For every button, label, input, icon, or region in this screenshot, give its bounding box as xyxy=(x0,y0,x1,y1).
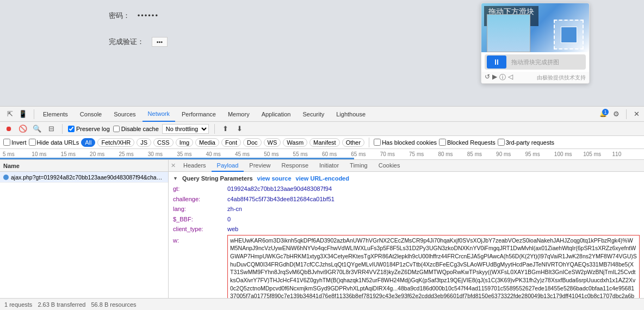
view-source-link[interactable]: view source xyxy=(257,175,292,182)
cursor-icon[interactable]: ⇱ xyxy=(4,109,15,120)
hide-data-urls-checkbox[interactable] xyxy=(29,139,36,146)
filter-other[interactable]: Other xyxy=(342,138,365,147)
captcha-info-btn[interactable]: ⓘ xyxy=(499,73,506,82)
param-lang-value: zh-cn xyxy=(227,204,242,214)
timeline-105ms: 105 ms xyxy=(583,151,612,157)
tab-elements[interactable]: Elements xyxy=(38,107,73,122)
timeline-55ms: 55 ms xyxy=(293,151,322,157)
detail-tab-preview[interactable]: Preview xyxy=(244,160,276,172)
param-gt-value: 019924a82c70bb123aae90d483087f94 xyxy=(227,184,332,194)
invert-checkbox[interactable] xyxy=(3,139,10,146)
filter-all[interactable]: All xyxy=(81,138,95,147)
blocked-requests-checkbox[interactable] xyxy=(439,139,446,146)
throttle-select[interactable]: No throttling xyxy=(162,124,209,134)
detail-tab-payload[interactable]: Payload xyxy=(212,160,244,172)
captcha-slider-text: 拖动滑块完成拼图 xyxy=(511,58,559,66)
third-party-label[interactable]: 3rd-party requests xyxy=(498,139,554,146)
mobile-icon[interactable]: 📱 xyxy=(17,109,28,120)
captcha-slider-area[interactable]: ⏸ 拖动滑块完成拼图 xyxy=(481,52,589,72)
param-lang-name: lang: xyxy=(173,204,227,214)
settings-icon[interactable]: ⚙ xyxy=(611,109,622,120)
filter-wasm[interactable]: Wasm xyxy=(283,138,307,147)
record-btn[interactable]: ⏺ xyxy=(3,123,14,134)
preserve-log-checkbox[interactable] xyxy=(68,126,75,132)
filter-media[interactable]: Media xyxy=(195,138,219,147)
tab-performance[interactable]: Performance xyxy=(176,107,221,122)
clear-btn[interactable]: 🚫 xyxy=(17,123,28,134)
view-url-encoded-link[interactable]: view URL-encoded xyxy=(296,175,349,182)
detail-tabs: ✕ Headers Payload Preview Response Initi… xyxy=(169,160,644,172)
timeline-labels: 5 ms 10 ms 15 ms 20 ms 25 ms 30 ms 35 ms… xyxy=(0,151,644,157)
filter-img[interactable]: Img xyxy=(176,138,193,147)
captcha-slider-btn[interactable]: ⏸ xyxy=(487,55,506,69)
import-btn[interactable]: ⬆ xyxy=(220,123,231,134)
captcha-play-btn[interactable]: ▶ xyxy=(492,73,497,82)
captcha-refresh-btn[interactable]: ↺ xyxy=(485,73,490,82)
param-client-type-value: web xyxy=(227,225,238,234)
close-devtools-icon[interactable]: ✕ xyxy=(631,109,642,120)
detail-tab-cookies[interactable]: Cookies xyxy=(373,160,406,172)
blocked-requests-label[interactable]: Blocked Requests xyxy=(439,139,496,146)
timeline-20ms: 20 ms xyxy=(90,151,119,157)
param-challenge: challenge: c4ab8f475c5f73b43dee812684ca0… xyxy=(173,194,640,204)
timeline-60ms: 60 ms xyxy=(322,151,351,157)
timeline-65ms: 65 ms xyxy=(351,151,380,157)
export-btn[interactable]: ⬇ xyxy=(234,123,245,134)
filter-ws[interactable]: WS xyxy=(264,138,281,147)
tab-lighthouse[interactable]: Lighthouse xyxy=(331,107,371,122)
status-requests: 1 requests xyxy=(4,301,32,308)
filter-fetch-xhr[interactable]: Fetch/XHR xyxy=(97,138,134,147)
timeline-90ms: 90 ms xyxy=(496,151,525,157)
param-client-type-name: client_type: xyxy=(173,225,227,234)
preserve-log-label[interactable]: Preserve log xyxy=(68,126,110,132)
blocked-cookies-label[interactable]: Has blocked cookies xyxy=(374,139,437,146)
detail-tab-headers[interactable]: Headers xyxy=(178,160,212,172)
detail-tab-response[interactable]: Response xyxy=(276,160,314,172)
captcha-controls[interactable]: ↺ ▶ ⓘ ◁ xyxy=(485,73,513,82)
filter-css[interactable]: CSS xyxy=(153,138,174,147)
hide-data-urls-label[interactable]: Hide data URLs xyxy=(29,139,79,146)
captcha-provider: 由极验提供技术支持 xyxy=(537,74,586,82)
status-bar: 1 requests 2.63 B transferred 56.8 B res… xyxy=(0,298,644,310)
filter-doc[interactable]: Doc xyxy=(243,138,262,147)
status-resources: 56.8 B resources xyxy=(91,301,136,308)
param-w-name: w: xyxy=(173,236,227,245)
filter-js[interactable]: JS xyxy=(137,138,151,147)
separator-1 xyxy=(34,109,34,119)
badge-icon[interactable]: 🔔 1 xyxy=(598,109,609,120)
timeline-100ms: 100 ms xyxy=(554,151,583,157)
param-gt: gt: 019924a82c70bb123aae90d483087f94 xyxy=(173,184,640,194)
tab-network[interactable]: Network xyxy=(143,107,175,122)
tab-security[interactable]: Security xyxy=(297,107,330,122)
disable-cache-label[interactable]: Disable cache xyxy=(113,126,159,132)
param-w-value: wHEUwKAR6om3D3iknh5qkDPf6AD3902azbAnUW7h… xyxy=(227,235,640,299)
timeline-15ms: 15 ms xyxy=(61,151,90,157)
tab-application[interactable]: Application xyxy=(256,107,296,122)
param-w: w: wHEUwKAR6om3D3iknh5qkDPf6AD3902azbAnU… xyxy=(173,234,640,299)
tab-sources[interactable]: Sources xyxy=(108,107,141,122)
detail-tab-timing[interactable]: Timing xyxy=(344,160,373,172)
captcha-widget: 拖动下方滑块 进行拼图验证 ⏸ 拖动滑块完成拼图 ↺ ▶ xyxy=(481,3,590,84)
tab-memory[interactable]: Memory xyxy=(222,107,255,122)
request-item[interactable]: ajax.php?gt=019924a82c70bb123aae90d48308… xyxy=(0,172,168,183)
disable-cache-checkbox[interactable] xyxy=(113,126,120,132)
main-content: Name ajax.php?gt=019924a82c70bb123aae90d… xyxy=(0,160,644,298)
tab-console[interactable]: Console xyxy=(75,107,107,122)
separator-5 xyxy=(369,138,369,147)
toolbar-right: 🔔 1 ⚙ ✕ xyxy=(598,109,642,120)
separator-2 xyxy=(626,109,627,119)
toolbar-icons-left: ⇱ 📱 xyxy=(2,109,30,120)
param-lang: lang: zh-cn xyxy=(173,204,640,214)
filter-manifest[interactable]: Manifest xyxy=(309,138,340,147)
close-tab-icon[interactable]: ✕ xyxy=(171,162,176,169)
filter-network-btn[interactable]: ⊟ xyxy=(46,123,57,134)
blocked-cookies-checkbox[interactable] xyxy=(374,139,381,146)
badge-count: 1 xyxy=(602,109,609,115)
third-party-checkbox[interactable] xyxy=(498,139,505,146)
invert-label[interactable]: Invert xyxy=(3,139,27,146)
detail-tab-initiator[interactable]: Initiator xyxy=(314,160,344,172)
captcha-sound-btn[interactable]: ◁ xyxy=(508,73,513,82)
search-network-btn[interactable]: 🔍 xyxy=(32,123,42,134)
filter-font[interactable]: Font xyxy=(221,138,241,147)
timeline-85ms: 85 ms xyxy=(467,151,496,157)
